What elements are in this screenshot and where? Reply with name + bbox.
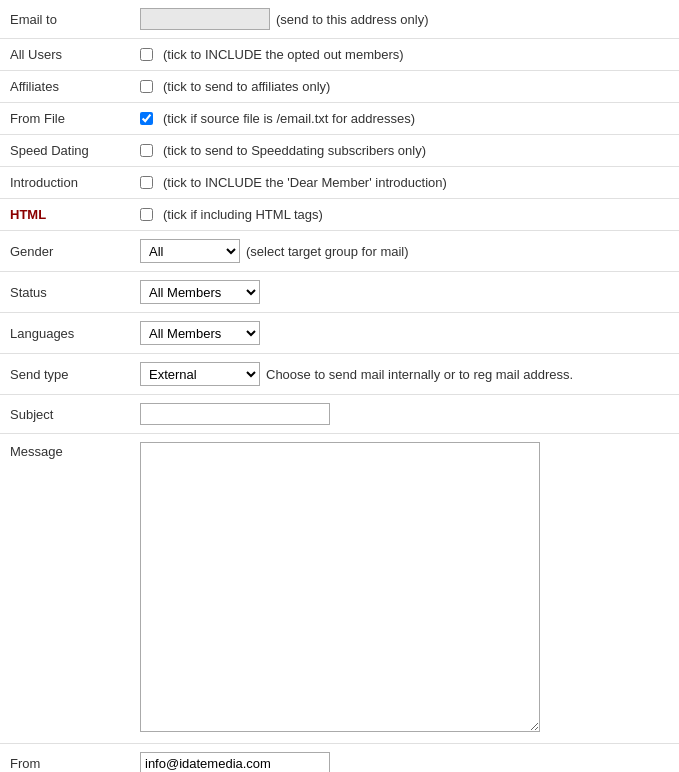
from-file-row: From File (tick if source file is /email… (0, 103, 679, 135)
all-users-row: All Users (tick to INCLUDE the opted out… (0, 39, 679, 71)
speed-dating-row: Speed Dating (tick to send to Speeddatin… (0, 135, 679, 167)
subject-input[interactable] (140, 403, 330, 425)
languages-cell: All Members English French German (130, 313, 679, 354)
email-to-cell: (send to this address only) (130, 0, 679, 39)
send-type-row: Send type External Internal Choose to se… (0, 354, 679, 395)
send-type-select[interactable]: External Internal (140, 362, 260, 386)
from-file-checkbox[interactable] (140, 112, 153, 125)
html-checkbox[interactable] (140, 208, 153, 221)
from-file-label: From File (0, 103, 130, 135)
gender-hint: (select target group for mail) (246, 244, 409, 259)
from-label: From (0, 744, 130, 773)
message-row: Message (0, 434, 679, 744)
from-file-hint: (tick if source file is /email.txt for a… (163, 111, 415, 126)
all-users-label: All Users (0, 39, 130, 71)
gender-label: Gender (0, 231, 130, 272)
from-input[interactable] (140, 752, 330, 772)
from-cell (130, 744, 679, 773)
send-type-label: Send type (0, 354, 130, 395)
introduction-checkbox[interactable] (140, 176, 153, 189)
affiliates-label: Affiliates (0, 71, 130, 103)
email-to-row: Email to (send to this address only) (0, 0, 679, 39)
status-row: Status All Members Active Inactive (0, 272, 679, 313)
speed-dating-label: Speed Dating (0, 135, 130, 167)
send-type-hint: Choose to send mail internally or to reg… (266, 367, 573, 382)
from-row: From (0, 744, 679, 773)
html-label: HTML (0, 199, 130, 231)
introduction-label: Introduction (0, 167, 130, 199)
email-to-hint: (send to this address only) (276, 12, 428, 27)
message-label: Message (0, 434, 130, 744)
introduction-cell: (tick to INCLUDE the 'Dear Member' intro… (130, 167, 679, 199)
all-users-checkbox[interactable] (140, 48, 153, 61)
html-hint: (tick if including HTML tags) (163, 207, 323, 222)
affiliates-row: Affiliates (tick to send to affiliates o… (0, 71, 679, 103)
all-users-hint: (tick to INCLUDE the opted out members) (163, 47, 404, 62)
subject-row: Subject (0, 395, 679, 434)
introduction-hint: (tick to INCLUDE the 'Dear Member' intro… (163, 175, 447, 190)
subject-label: Subject (0, 395, 130, 434)
status-cell: All Members Active Inactive (130, 272, 679, 313)
status-label: Status (0, 272, 130, 313)
status-select[interactable]: All Members Active Inactive (140, 280, 260, 304)
gender-cell: All Male Female (select target group for… (130, 231, 679, 272)
speed-dating-cell: (tick to send to Speeddating subscribers… (130, 135, 679, 167)
languages-select[interactable]: All Members English French German (140, 321, 260, 345)
gender-row: Gender All Male Female (select target gr… (0, 231, 679, 272)
email-to-input[interactable] (140, 8, 270, 30)
gender-select[interactable]: All Male Female (140, 239, 240, 263)
message-cell (130, 434, 679, 744)
affiliates-cell: (tick to send to affiliates only) (130, 71, 679, 103)
languages-row: Languages All Members English French Ger… (0, 313, 679, 354)
languages-label: Languages (0, 313, 130, 354)
speed-dating-checkbox[interactable] (140, 144, 153, 157)
affiliates-hint: (tick to send to affiliates only) (163, 79, 330, 94)
from-file-cell: (tick if source file is /email.txt for a… (130, 103, 679, 135)
speed-dating-hint: (tick to send to Speeddating subscribers… (163, 143, 426, 158)
introduction-row: Introduction (tick to INCLUDE the 'Dear … (0, 167, 679, 199)
message-textarea[interactable] (140, 442, 540, 732)
mail-form-table: Email to (send to this address only) All… (0, 0, 679, 772)
html-cell: (tick if including HTML tags) (130, 199, 679, 231)
email-to-label: Email to (0, 0, 130, 39)
send-type-cell: External Internal Choose to send mail in… (130, 354, 679, 395)
html-row: HTML (tick if including HTML tags) (0, 199, 679, 231)
all-users-cell: (tick to INCLUDE the opted out members) (130, 39, 679, 71)
affiliates-checkbox[interactable] (140, 80, 153, 93)
subject-cell (130, 395, 679, 434)
